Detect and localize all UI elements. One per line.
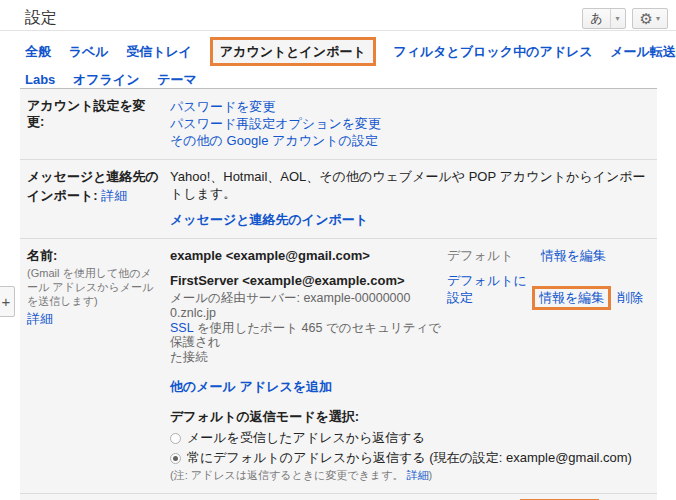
settings-header: 設定 あ ▾ ⚙ ▾ — [0, 0, 676, 31]
gear-icon: ⚙ — [640, 11, 653, 26]
reply-mode-option-2[interactable]: 常にデフォルトのアドレスから返信する (現在の設定: example@gmail… — [170, 450, 657, 465]
row-content: パスワードを変更 パスワード再設定オプションを変更 その他の Google アカ… — [170, 98, 657, 149]
change-password-recovery-link[interactable]: パスワード再設定オプションを変更 — [170, 115, 657, 132]
settings-tabs: 全般 ラベル 受信トレイ アカウントとインポート フィルタとブロック中のアドレス… — [0, 31, 676, 96]
address-text: FirstServer <example@example.com> — [170, 273, 405, 288]
default-status-label: デフォルト — [447, 248, 537, 265]
reply-mode-title: デフォルトの返信モードを選択: — [170, 409, 657, 426]
set-as-default-link[interactable]: デフォルトに設定 — [447, 273, 537, 307]
entry-address: example <example@gmail.com> — [170, 248, 447, 265]
collapsed-plus-button[interactable]: + — [0, 286, 15, 317]
option-label: メールを受信したアドレスから返信する — [187, 430, 425, 445]
ssl-text: を使用したポート 465 でのセキュリティで保護され — [170, 321, 441, 349]
row-label-text: メッセージと連絡先のインポート: — [27, 169, 159, 203]
row-change-account-settings: アカウント設定を変更: パスワードを変更 パスワード再設定オプションを変更 その… — [20, 89, 657, 160]
send-as-entry-default: example <example@gmail.com> デフォルト 情報を編集 — [170, 248, 657, 265]
entry-actions: デフォルトに設定情報を編集 削除 — [447, 273, 657, 364]
reply-note-detail-link[interactable]: 詳細 — [406, 469, 428, 481]
server-line: 0.znlc.jp — [170, 306, 447, 320]
note-text: ) — [428, 469, 432, 481]
server-details: メールの経由サーバー: example-00000000 0.znlc.jp S… — [170, 291, 447, 364]
add-another-address-link[interactable]: 他のメール アドレスを追加 — [170, 378, 657, 395]
input-language-icon: あ — [590, 10, 602, 27]
tabs-row-1: 全般 ラベル 受信トレイ アカウントとインポート フィルタとブロック中のアドレス… — [25, 38, 676, 68]
tab-forwarding-pop-imap[interactable]: メール転送と POP/IMAP — [610, 44, 676, 59]
row-import-mail-contacts: メッセージと連絡先のインポート: 詳細 Yahoo!、Hotmail、AOL、そ… — [20, 160, 657, 239]
chevron-down-icon: ▾ — [656, 15, 660, 23]
edit-info-link[interactable]: 情報を編集 — [539, 290, 604, 305]
settings-table: アカウント設定を変更: パスワードを変更 パスワード再設定オプションを変更 その… — [20, 88, 657, 500]
tab-accounts-and-import[interactable]: アカウントとインポート — [210, 37, 376, 66]
import-description: Yahoo!、Hotmail、AOL、その他のウェブメールや POP アカウント… — [170, 169, 657, 203]
settings-gear-button[interactable]: ⚙ ▾ — [632, 8, 668, 29]
edit-info-link[interactable]: 情報を編集 — [541, 248, 606, 263]
ssl-line-2: た接続 — [170, 350, 447, 364]
import-mail-contacts-link[interactable]: メッセージと連絡先のインポート — [170, 211, 657, 228]
annotation-box: 情報を編集 — [532, 286, 611, 311]
server-line: メールの経由サーバー: example-00000000 — [170, 291, 447, 305]
chevron-down-icon: ▾ — [616, 15, 620, 23]
address-text: example <example@gmail.com> — [170, 248, 370, 263]
header-buttons: あ ▾ ⚙ ▾ — [582, 8, 668, 29]
row-label-note: (Gmail を使用して他のメール アドレスからメールを送信します) — [27, 267, 160, 308]
ssl-link[interactable]: SSL — [170, 321, 193, 335]
tab-general[interactable]: 全般 — [25, 44, 51, 59]
tab-labels[interactable]: ラベル — [69, 44, 109, 59]
tab-offline[interactable]: オフライン — [73, 72, 140, 87]
send-as-entry-firstserver: FirstServer <example@example.com> メールの経由… — [170, 273, 657, 364]
tab-labs[interactable]: Labs — [25, 72, 55, 87]
import-detail-link[interactable]: 詳細 — [101, 188, 127, 204]
radio-checked-icon[interactable] — [170, 453, 181, 464]
row-label-text: 名前: — [27, 248, 57, 263]
entry-actions: デフォルト 情報を編集 — [447, 248, 657, 265]
ssl-line: SSL を使用したポート 465 でのセキュリティで保護され — [170, 321, 447, 349]
row-check-other-accounts: 他のアカウントでメールを確認: 詳細 example@example.com (… — [20, 494, 657, 500]
option-label: 常にデフォルトのアドレスから返信する (現在の設定: example@gmail… — [187, 450, 632, 465]
row-label: メッセージと連絡先のインポート: 詳細 — [20, 169, 170, 228]
plus-icon: + — [2, 293, 11, 310]
reply-mode-option-1[interactable]: メールを受信したアドレスから返信する — [170, 430, 657, 445]
name-detail-link[interactable]: 詳細 — [27, 311, 53, 327]
delete-link[interactable]: 削除 — [617, 290, 643, 305]
row-send-mail-as: 名前: (Gmail を使用して他のメール アドレスからメールを送信します) 詳… — [20, 239, 657, 494]
change-password-link[interactable]: パスワードを変更 — [170, 98, 657, 115]
reply-mode-note: (注: アドレスは返信するときに変更できます。 詳細) — [170, 468, 657, 482]
row-content: Yahoo!、Hotmail、AOL、その他のウェブメールや POP アカウント… — [170, 169, 657, 228]
reply-mode-block: デフォルトの返信モードを選択: メールを受信したアドレスから返信する 常にデフォ… — [170, 409, 657, 483]
row-label: アカウント設定を変更: — [20, 98, 170, 149]
tab-themes[interactable]: テーマ — [157, 72, 197, 87]
note-text: (注: アドレスは返信するときに変更できます。 — [170, 469, 403, 481]
page-title: 設定 — [25, 8, 57, 29]
row-label: 名前: (Gmail を使用して他のメール アドレスからメールを送信します) 詳… — [20, 248, 170, 483]
radio-unchecked-icon[interactable] — [170, 433, 181, 444]
tab-inbox[interactable]: 受信トレイ — [126, 44, 192, 59]
row-content: example <example@gmail.com> デフォルト 情報を編集 … — [170, 248, 657, 483]
gmail-settings-page: { "header": { "title": "設定", "lang_butto… — [0, 0, 676, 500]
input-language-button[interactable]: あ ▾ — [582, 8, 625, 29]
tab-filters-blocked[interactable]: フィルタとブロック中のアドレス — [393, 44, 592, 59]
other-google-account-settings-link[interactable]: その他の Google アカウントの設定 — [170, 132, 657, 149]
entry-address: FirstServer <example@example.com> メールの経由… — [170, 273, 447, 364]
